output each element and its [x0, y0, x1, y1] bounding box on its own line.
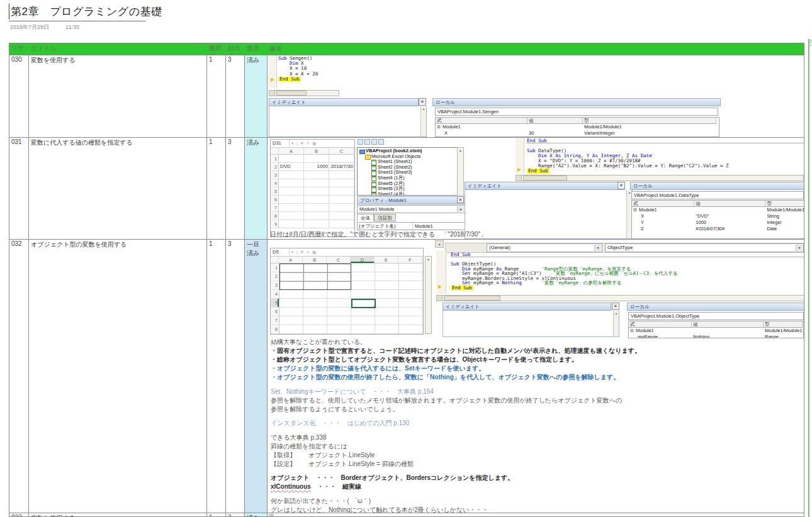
scrollbar-up-icon[interactable]: ▲ [427, 257, 430, 261]
procedure-dropdown[interactable]: ObjectType ▼ [605, 243, 804, 252]
chevron-down-icon[interactable]: ▼ [594, 245, 601, 251]
frequency-cell[interactable]: 3 [226, 513, 245, 516]
header-frequency[interactable]: 頻出度 [226, 43, 245, 55]
object-dropdown[interactable]: (General) ▼ [487, 243, 602, 252]
locals-row[interactable]: ⊞ Module1Module1/Module1 [436, 124, 719, 130]
project-explorer[interactable]: VBAProject (book2.xlsm)Microsoft Excel O… [357, 147, 458, 196]
column-header[interactable]: A [279, 257, 303, 263]
scrollbar-up-icon[interactable]: ▲ [420, 106, 426, 136]
scroll-thumb[interactable] [276, 91, 307, 96]
locals-row[interactable]: Z#2018/07/30#Date [632, 226, 804, 232]
note-line[interactable]: 日付は#月/日/西暦#で指定。"で囲むと文字列で指定できる 「"2018/7/3… [270, 230, 487, 239]
immediate-window-body[interactable]: ▲ [443, 311, 619, 337]
selected-cell-d5[interactable] [351, 299, 376, 308]
progress-cell[interactable]: 済み [245, 138, 268, 239]
row-number[interactable]: 3 [271, 171, 278, 179]
progress-cell[interactable]: 済み [245, 513, 268, 516]
column-header[interactable]: B [303, 257, 327, 263]
excel-name-box[interactable]: D31 [271, 140, 290, 147]
header-title[interactable]: タイトル [29, 43, 207, 55]
scrollbar-up-icon[interactable]: ▲ [459, 148, 462, 152]
row-number[interactable]: 6 [271, 196, 278, 204]
progress-cell[interactable]: 済み [245, 55, 268, 137]
cell-b2[interactable]: 1000 [304, 163, 328, 170]
insert-function-icon[interactable]: fx [312, 142, 317, 146]
locals-row[interactable]: ⊞ Module1Module1/Module1 [632, 207, 804, 213]
note-line-xlcontinuous[interactable]: xlContinuous ・・・ 細実線 [271, 482, 641, 491]
excel-column-headers[interactable]: ABC [271, 148, 354, 155]
cancel-icon[interactable]: ✕ [299, 141, 305, 146]
difficulty-cell[interactable]: 1 [207, 55, 226, 137]
note-line[interactable]: 【取得】 オブジェクト.LineStyle [271, 451, 641, 460]
locals-table[interactable]: 式値型⊞ Module1Module1/Module1myRangeNothin… [628, 321, 804, 338]
column-header[interactable]: E [375, 257, 398, 263]
chevron-down-icon[interactable]: ▼ [796, 245, 803, 251]
note-line[interactable]: できる大事典 p.338 [271, 433, 641, 442]
row-number[interactable]: 8 [271, 212, 278, 220]
project-tree-item[interactable]: Sheet6 (3月) [358, 186, 457, 192]
project-scrollbar[interactable]: ▲ [457, 147, 464, 196]
code-editor[interactable]: End Sub Sub DataType() Dim X As String, … [527, 138, 804, 174]
namebox-dropdown-icon[interactable]: ▼ [290, 250, 295, 254]
note-line[interactable] [271, 382, 641, 387]
header-notes[interactable]: 備考 [268, 43, 804, 55]
header-progress[interactable]: 進捗 [245, 43, 268, 55]
toolbar-icon[interactable] [358, 139, 363, 145]
frequency-cell[interactable]: 3 [226, 55, 245, 137]
tab-alphabetic[interactable]: 全体 [357, 214, 374, 221]
close-icon[interactable]: ✕ [419, 98, 426, 106]
excel-grid-area[interactable]: 12345678 [271, 264, 423, 334]
waza-cell[interactable]: 030 [9, 55, 29, 137]
locals-row[interactable]: X"DVD"String [632, 213, 804, 220]
select-all-corner[interactable] [271, 148, 279, 154]
note-line[interactable]: 参照を解除するようにするといいでしょう。 [271, 405, 641, 414]
row-number[interactable]: 8 [271, 325, 279, 334]
horizontal-scrollbar[interactable] [269, 90, 339, 96]
row-number[interactable]: 4 [271, 179, 278, 187]
namebox-dropdown-icon[interactable]: ▼ [290, 142, 295, 145]
header-waza[interactable]: ワザ [9, 43, 29, 55]
row-number[interactable]: 1 [271, 264, 279, 272]
immediate-window-titlebar[interactable]: イミディエイト [269, 98, 419, 106]
project-tree-item[interactable]: Sheet7 (4月) [358, 192, 457, 196]
row-number[interactable]: 7 [271, 316, 279, 325]
tab-categorized[interactable]: 項目別 [374, 214, 396, 221]
close-icon[interactable]: ✕ [612, 303, 619, 310]
note-line[interactable] [271, 428, 641, 433]
waza-cell[interactable]: 031 [9, 138, 29, 239]
excel-grid-area[interactable]: 123456789 DVD 1000 2018/7/30 [271, 155, 354, 228]
properties-object-combo[interactable]: Module1 Module ▼ [357, 205, 465, 213]
close-icon[interactable]: ✕ [457, 196, 464, 203]
project-tree-item[interactable]: Sheet5 (2月) [358, 181, 457, 187]
cell-c2[interactable]: 2018/7/30 [329, 163, 353, 170]
column-header[interactable]: C [327, 257, 351, 263]
code-editor[interactable]: End Sub Sub ObjectType() Dim myRange As … [451, 252, 804, 290]
property-value[interactable]: Module1 [413, 223, 433, 230]
project-tree-item[interactable]: Sheet4 (1月) [358, 175, 457, 181]
splitter-box[interactable] [269, 91, 275, 96]
locals-window-titlebar[interactable]: ローカル [627, 303, 804, 311]
excel-row-numbers[interactable]: 123456789 [271, 155, 279, 228]
note-line[interactable] [271, 469, 641, 474]
locals-row[interactable]: Y1000Integer [632, 220, 804, 226]
locals-table[interactable]: 式値型⊞ Module1Module1/Module1X"DVD"StringY… [631, 200, 804, 239]
property-row[interactable]: (オブジェクト名) Module1 [357, 222, 465, 230]
enter-icon[interactable]: ✓ [305, 250, 312, 255]
notes-cell[interactable]: D31 ▼ ⁞ ✕ ✓ fx ABC 123456789 DVD [268, 138, 804, 239]
title-cell[interactable]: オブジェクト型の変数を使用する [29, 240, 207, 513]
splitter-box[interactable] [516, 175, 522, 181]
difficulty-cell[interactable]: 1 [207, 138, 226, 239]
waza-cell[interactable]: 033 [9, 513, 29, 516]
immediate-window-titlebar[interactable]: イミディエイト [465, 182, 625, 190]
column-header[interactable]: F [398, 257, 422, 263]
column-header[interactable]: A [279, 148, 304, 154]
title-cell[interactable]: 変数を使用する [29, 55, 207, 137]
locals-row[interactable]: myRangeNothingRange [629, 334, 803, 338]
toolbar-icon[interactable] [364, 139, 370, 145]
horizontal-scrollbar[interactable] [436, 295, 804, 301]
properties-window-titlebar[interactable]: プロパティ - Module1 [357, 196, 465, 204]
horizontal-scrollbar[interactable] [516, 175, 804, 181]
toolbar-icon[interactable] [371, 139, 377, 145]
note-line[interactable] [271, 491, 641, 497]
row-number[interactable]: 9 [271, 220, 278, 228]
